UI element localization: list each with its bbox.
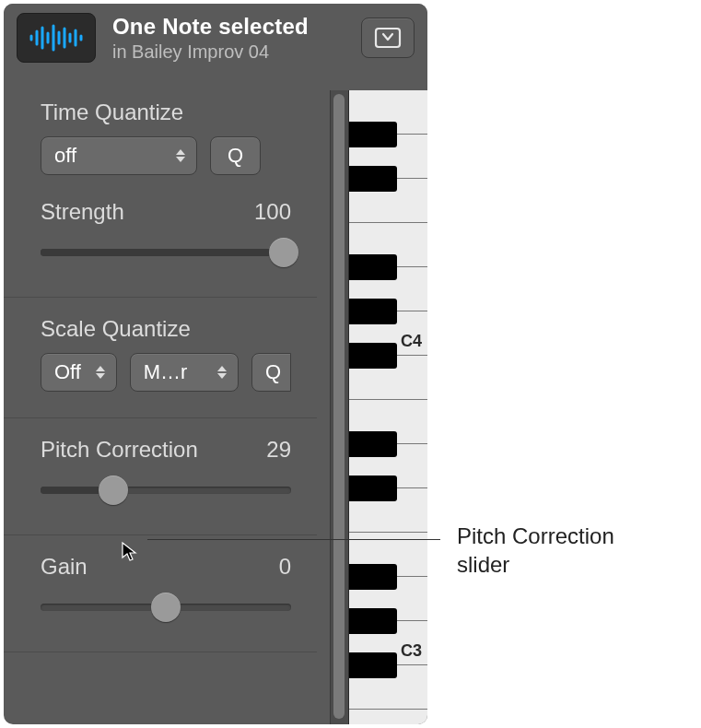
key-label-c3: C3 (401, 641, 422, 661)
pitch-correction-slider[interactable] (41, 472, 291, 509)
black-key[interactable] (349, 652, 397, 678)
black-key[interactable] (349, 476, 397, 501)
time-quantize-label: Time Quantize (41, 100, 291, 125)
stepper-arrows-icon (94, 366, 107, 379)
black-key[interactable] (349, 122, 397, 147)
strength-label: Strength (41, 199, 124, 225)
black-key[interactable] (349, 564, 397, 590)
pitch-correction-value[interactable]: 29 (266, 437, 291, 463)
time-quantize-apply-button[interactable]: Q (210, 136, 261, 175)
time-quantize-value: off (54, 144, 167, 168)
white-key[interactable] (349, 356, 427, 400)
black-key[interactable] (349, 608, 397, 634)
key-label-c4: C4 (401, 332, 422, 351)
track-subtitle: in Bailey Improv 04 (112, 41, 361, 63)
scale-mode-select[interactable]: M…r (130, 353, 239, 392)
catch-playhead-button[interactable] (361, 18, 415, 58)
stepper-arrows-icon (174, 149, 187, 162)
black-key[interactable] (349, 254, 397, 280)
vertical-scrollbar[interactable] (330, 90, 348, 724)
gain-section: Gain 0 (4, 535, 317, 652)
strength-slider-thumb[interactable] (269, 238, 298, 267)
white-key[interactable] (349, 710, 427, 724)
strength-slider[interactable] (41, 234, 291, 271)
gain-slider-thumb[interactable] (151, 593, 181, 622)
pitch-correction-slider-thumb[interactable] (99, 476, 128, 505)
scale-mode-value: M…r (144, 360, 208, 384)
black-key[interactable] (349, 166, 397, 192)
black-key[interactable] (349, 299, 397, 324)
pitch-correction-label: Pitch Correction (41, 437, 198, 463)
white-key[interactable] (349, 665, 427, 710)
callout-leader-line (147, 539, 440, 540)
piano-keyboard[interactable]: C4 C3 (348, 90, 427, 724)
scale-quantize-label: Scale Quantize (41, 316, 291, 342)
gain-slider[interactable] (41, 589, 291, 626)
scale-quantize-apply-button[interactable]: Q (251, 353, 291, 392)
selection-title: One Note selected (112, 14, 361, 40)
black-key[interactable] (349, 431, 397, 457)
callout-label: Pitch Correction slider (457, 522, 614, 579)
inspector-panel: One Note selected in Bailey Improv 04 Ti… (4, 4, 427, 724)
white-key[interactable] (349, 179, 427, 223)
strength-value[interactable]: 100 (254, 199, 291, 225)
scale-quantize-section: Scale Quantize Off M…r Q (4, 298, 317, 418)
scale-key-value: Off (54, 360, 87, 384)
stepper-arrows-icon (216, 366, 228, 379)
header-text: One Note selected in Bailey Improv 04 (112, 14, 361, 63)
white-key[interactable] (349, 488, 427, 533)
audio-waveform-icon[interactable] (17, 13, 96, 63)
scrollbar-thumb[interactable] (333, 94, 345, 719)
pitch-correction-section: Pitch Correction 29 (4, 418, 317, 535)
time-quantize-select[interactable]: off (41, 136, 197, 175)
panel-header: One Note selected in Bailey Improv 04 (4, 4, 427, 79)
gain-value[interactable]: 0 (279, 554, 291, 580)
svg-rect-10 (376, 29, 400, 47)
gain-label: Gain (41, 554, 88, 580)
black-key[interactable] (349, 343, 397, 369)
time-quantize-section: Time Quantize off Q Strength 100 (4, 79, 317, 298)
scale-key-select[interactable]: Off (41, 353, 117, 392)
